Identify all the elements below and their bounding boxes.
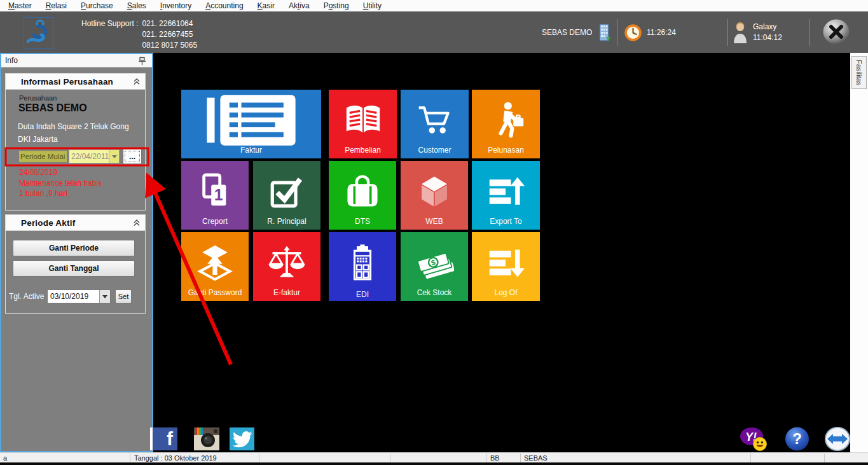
periode-aktif-panel-header[interactable]: Periode Aktif [6,215,145,231]
periode-dropdown-button[interactable] [109,150,119,163]
menu-item-inventory[interactable]: Inventory [153,0,198,11]
open-book-icon [343,102,383,138]
menu-item-purchase[interactable]: Purchase [74,0,120,11]
maintenance-warning-line1: Maintenance telah habis [19,179,102,188]
menu-item-text: M [8,1,15,10]
ganti-tanggal-button[interactable]: Ganti Tanggal [13,260,135,277]
tile-pelunasan[interactable]: Pelunasan [472,90,540,158]
info-dock-titlebar: Info [1,54,152,67]
logo-figure-icon [24,18,52,47]
help-text: ? [792,430,802,447]
banknotes-icon: $ [415,244,454,281]
close-button[interactable] [822,18,850,48]
company-name-sidebar: SEBAS DEMO [18,102,87,114]
report-pages-icon: 1 [198,173,232,210]
collapse-chevron-icon[interactable] [133,219,141,226]
menu-item-utility[interactable]: Utility [356,0,389,11]
twitter-icon[interactable] [230,427,254,450]
company-info-panel-header[interactable]: Informasi Perusahaan [6,74,145,90]
hotline-number: 021. 22661064 [142,18,197,29]
close-icon [822,18,850,45]
facebook-icon[interactable]: f [153,427,177,450]
menu-item-master[interactable]: Master [1,0,39,11]
tile-r-principal[interactable]: R. Principal [253,161,320,230]
menu-item-relasi[interactable]: Relasi [39,0,74,11]
menu-item-posting[interactable]: Posting [317,0,356,11]
tgl-active-combobox[interactable]: 03/10/2019 [47,289,111,303]
statusbar-bb: BB [490,454,500,462]
tile-label: WEB [401,217,468,226]
tile-customer[interactable]: Customer [401,90,469,158]
tile-edi[interactable]: EDI [329,232,396,301]
header-divider [727,19,728,46]
periode-mulai-combobox[interactable]: 22/04/2011 [69,149,120,163]
maintenance-warning-line2: 1 bulan ,9 hari [19,189,67,198]
pin-icon[interactable] [138,57,146,66]
hotline-number: 021. 22667455 [142,29,197,40]
tile-ganti-password[interactable]: Ganti Password [181,232,249,301]
cube-icon [416,173,453,210]
menu-item-text: Ak [289,1,298,10]
statusbar-divider [259,454,259,462]
building-icon [597,23,611,42]
menu-item-text: urchase [86,1,113,10]
tile-label: EDI [329,290,396,299]
help-icon[interactable]: ? [785,427,809,454]
fasilitas-tab[interactable]: Fasilitas [851,56,867,89]
tile-web[interactable]: WEB [401,161,468,230]
menu-item-text: P [324,1,329,10]
menu-item-accounting[interactable]: Accounting [198,0,250,11]
statusbar-left-text: a [3,454,7,462]
header-divider [809,19,809,46]
periode-mulai-label-text: Periode Mulai [20,153,65,160]
user-icon [733,22,748,43]
company-label: Perusahaan [19,94,57,102]
menu-item-text: ales [132,1,146,10]
yahoo-messenger-icon[interactable]: Y! [739,426,768,454]
statusbar-sebas: SEBAS [524,454,548,462]
courier-person-icon [487,101,525,140]
tile-creport[interactable]: 1 Creport [181,161,249,230]
instagram-icon[interactable] [194,427,219,453]
tile-log-of[interactable]: Log Of [472,232,540,301]
tile-label: Pelunasan [472,146,540,155]
periode-aktif-panel-title: Periode Aktif [21,218,75,228]
tile-label: DTS [329,217,396,226]
company-cluster: SEBAS DEMO [542,20,611,45]
clock-time: 11:26:24 [647,28,676,37]
tile-pembelian[interactable]: Pembelian [329,90,397,158]
menu-item-kasir[interactable]: Kasir [251,0,282,11]
tgl-active-label: Tgl. Active [9,292,44,301]
tile-dts[interactable]: DTS [329,161,396,230]
menu-item-text: P [81,1,86,10]
teamviewer-icon[interactable] [825,427,850,454]
menu-item-aktiva[interactable]: Aktiva [282,0,317,11]
tile-cek-stock[interactable]: $ Cek Stock [401,232,468,301]
shopping-cart-icon [416,103,454,137]
tile-label: Cek Stock [401,288,468,297]
statusbar-divider [824,454,825,462]
info-dock-title: Info [1,56,18,65]
company-name: SEBAS DEMO [542,28,592,37]
tile-export-to[interactable]: Export To [472,161,540,230]
menu-item-text: asir [263,1,275,10]
tile-label: Pembelian [329,146,397,155]
export-up-icon [487,174,525,209]
collapse-chevron-icon[interactable] [133,78,141,85]
tile-label: Log Of [472,288,540,297]
menu-item-text: K [258,1,263,10]
periode-mulai-label: Periode Mulai [19,151,67,162]
suitcase-icon [344,174,381,209]
ganti-periode-button[interactable]: Ganti Periode [13,240,135,256]
tile-faktur[interactable]: Faktur [181,90,321,158]
layers-arrow-icon [196,244,233,282]
menu-item-sales[interactable]: Sales [120,0,153,11]
menu-item-text: aster [15,1,32,10]
set-button[interactable]: Set [115,289,132,303]
periode-browse-button[interactable]: ... [123,149,142,164]
statusbar-divider [130,454,130,462]
tgl-active-dropdown-button[interactable] [99,290,110,303]
tile-e-faktur[interactable]: E-faktur [253,232,320,301]
tile-label: Customer [401,146,469,155]
logoff-down-icon [487,246,525,280]
